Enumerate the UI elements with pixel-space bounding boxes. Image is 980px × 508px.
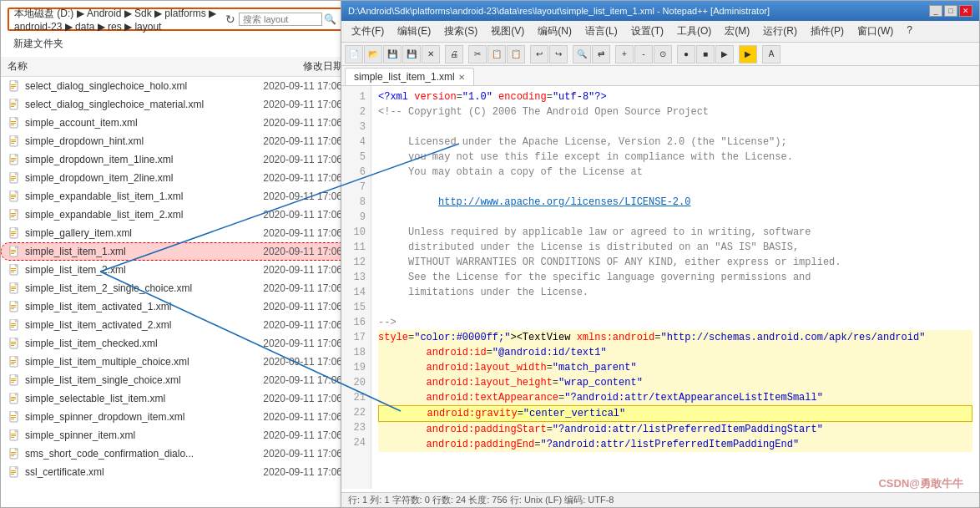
svg-rect-73 xyxy=(11,415,16,416)
code-content[interactable]: <?xml version="1.0" encoding="utf-8"?><!… xyxy=(371,86,979,489)
file-item[interactable]: simple_dropdown_item_1line.xml 2020-09-1… xyxy=(1,150,350,169)
save-button[interactable]: 💾 xyxy=(383,45,402,64)
window-controls: _ □ ✕ xyxy=(929,5,972,17)
code-line: android:layout_width="match_parent" xyxy=(378,360,972,375)
file-icon xyxy=(8,392,22,405)
zoom-reset-button[interactable]: ⊙ xyxy=(654,45,672,64)
svg-rect-23 xyxy=(11,180,14,180)
file-item[interactable]: simple_list_item_single_choice.xml 2020-… xyxy=(1,371,350,389)
cut-button[interactable]: ✂ xyxy=(468,45,487,64)
file-name: simple_spinner_item.xml xyxy=(25,429,242,441)
file-item[interactable]: simple_account_item.xml 2020-09-11 17:06 xyxy=(1,114,350,132)
tab-close-button[interactable]: ✕ xyxy=(458,73,465,82)
menu-item[interactable]: ? xyxy=(900,23,919,40)
zoom-out-button[interactable]: - xyxy=(634,45,653,64)
active-tab[interactable]: simple_list_item_1.xml ✕ xyxy=(345,68,474,85)
svg-rect-26 xyxy=(11,196,16,197)
macro-play-button[interactable]: ▶ xyxy=(715,45,734,64)
file-item[interactable]: simple_list_item_activated_1.xml 2020-09… xyxy=(1,297,350,316)
line-number: 4 xyxy=(346,135,366,150)
file-name: simple_list_item_2_single_choice.xml xyxy=(25,282,242,294)
menu-item[interactable]: 编辑(E) xyxy=(391,23,437,40)
file-item[interactable]: simple_list_item_2_single_choice.xml 202… xyxy=(1,279,350,297)
replace-button[interactable]: ⇄ xyxy=(592,45,610,64)
menu-item[interactable]: 文件(F) xyxy=(345,23,391,40)
menu-item[interactable]: 运行(R) xyxy=(756,23,804,40)
new-folder-button[interactable]: 新建文件夹 xyxy=(8,34,69,53)
file-item[interactable]: simple_spinner_item.xml 2020-09-11 17:06 xyxy=(1,426,350,444)
file-item[interactable]: simple_dropdown_item_2line.xml 2020-09-1… xyxy=(1,169,350,187)
code-line: --> xyxy=(378,315,972,330)
svg-rect-3 xyxy=(11,88,14,89)
svg-rect-6 xyxy=(11,104,16,105)
file-icon xyxy=(8,355,22,368)
find-button[interactable]: 🔍 xyxy=(573,45,591,64)
code-area: 123456789101112131415161718192021222324 … xyxy=(341,86,979,489)
file-date: 2020-09-11 17:06 xyxy=(242,393,342,404)
print-button[interactable]: 🖨 xyxy=(445,45,463,64)
open-button[interactable]: 📂 xyxy=(364,45,382,64)
notepad-menubar: 文件(F)编辑(E)搜索(S)视图(V)编码(N)语言(L)设置(T)工具(O)… xyxy=(341,21,979,43)
copy-button[interactable]: 📋 xyxy=(487,45,506,64)
file-date: 2020-09-11 17:06 xyxy=(242,411,342,423)
file-item[interactable]: select_dialog_singlechoice_holo.xml 2020… xyxy=(1,77,350,95)
style-button[interactable]: A xyxy=(762,45,780,64)
menu-item[interactable]: 语言(L) xyxy=(578,23,624,40)
file-item[interactable]: simple_list_item_activated_2.xml 2020-09… xyxy=(1,316,350,334)
menu-item[interactable]: 编码(N) xyxy=(531,23,578,40)
close-tab-button[interactable]: ✕ xyxy=(422,45,440,64)
file-item[interactable]: sms_short_code_confirmation_dialo... 202… xyxy=(1,444,350,463)
address-bar[interactable]: 本地磁盘 (D:) ▶ Android ▶ Sdk ▶ platforms ▶ … xyxy=(8,8,343,31)
file-item[interactable]: simple_expandable_list_item_2.xml 2020-0… xyxy=(1,206,350,224)
paste-button[interactable]: 📋 xyxy=(507,45,525,64)
zoom-in-button[interactable]: + xyxy=(615,45,634,64)
search-icon[interactable]: 🔍 xyxy=(324,13,336,25)
file-date: 2020-09-11 17:06 xyxy=(242,99,342,110)
file-item[interactable]: simple_expandable_list_item_1.xml 2020-0… xyxy=(1,187,350,206)
file-item[interactable]: select_dialog_singlechoice_material.xml … xyxy=(1,95,350,114)
run-button[interactable]: ▶ xyxy=(739,45,757,64)
macro-record-button[interactable]: ● xyxy=(677,45,695,64)
menu-item[interactable]: 宏(M) xyxy=(718,23,756,40)
redo-button[interactable]: ↪ xyxy=(549,45,568,64)
undo-button[interactable]: ↩ xyxy=(530,45,548,64)
file-name: simple_gallery_item.xml xyxy=(25,227,242,239)
svg-rect-79 xyxy=(11,437,14,438)
close-button[interactable]: ✕ xyxy=(959,5,972,17)
file-item[interactable]: simple_spinner_dropdown_item.xml 2020-09… xyxy=(1,408,350,426)
file-item[interactable]: ssl_certificate.xml 2020-09-11 17:06 xyxy=(1,463,350,481)
menu-item[interactable]: 视图(V) xyxy=(484,23,531,40)
file-date: 2020-09-11 17:06 xyxy=(242,301,342,312)
code-line: android:layout_height="wrap_content" xyxy=(378,375,972,390)
maximize-button[interactable]: □ xyxy=(944,5,957,17)
menu-item[interactable]: 窗口(W) xyxy=(851,23,900,40)
file-icon xyxy=(8,300,22,313)
file-item[interactable]: simple_dropdown_hint.xml 2020-09-11 17:0… xyxy=(1,132,350,150)
refresh-icon[interactable]: ↻ xyxy=(225,13,235,26)
file-date: 2020-09-11 17:06 xyxy=(242,190,342,202)
save-all-button[interactable]: 💾 xyxy=(402,45,421,64)
menu-item[interactable]: 搜索(S) xyxy=(437,23,484,40)
file-icon xyxy=(8,429,22,442)
menu-item[interactable]: 插件(P) xyxy=(804,23,851,40)
file-item[interactable]: simple_list_item_multiple_choice.xml 202… xyxy=(1,353,350,371)
file-item[interactable]: simple_gallery_item.xml 2020-09-11 17:06 xyxy=(1,224,350,242)
file-name: simple_dropdown_hint.xml xyxy=(25,135,242,147)
file-item[interactable]: simple_selectable_list_item.xml 2020-09-… xyxy=(1,389,350,408)
new-button[interactable]: 📄 xyxy=(345,45,363,64)
search-input[interactable] xyxy=(239,13,322,26)
menu-item[interactable]: 工具(O) xyxy=(670,23,718,40)
file-name: simple_list_item_1.xml xyxy=(25,246,242,257)
macro-stop-button[interactable]: ■ xyxy=(696,45,715,64)
file-item[interactable]: simple_list_item_checked.xml 2020-09-11 … xyxy=(1,334,350,353)
file-date: 2020-09-11 17:06 xyxy=(242,319,342,331)
file-date: 2020-09-11 17:06 xyxy=(242,135,342,147)
file-item[interactable]: simple_list_item_2.xml 2020-09-11 17:06 xyxy=(1,261,350,279)
status-bar: 行: 1 列: 1 字符数: 0 行数: 24 长度: 756 行: Unix … xyxy=(341,492,979,507)
menu-item[interactable]: 设置(T) xyxy=(624,23,670,40)
line-number: 7 xyxy=(346,180,366,195)
minimize-button[interactable]: _ xyxy=(929,5,942,17)
svg-rect-35 xyxy=(11,235,14,236)
line-number: 17 xyxy=(346,330,366,345)
file-item[interactable]: simple_list_item_1.xml 2020-09-11 17:06 xyxy=(1,242,350,261)
